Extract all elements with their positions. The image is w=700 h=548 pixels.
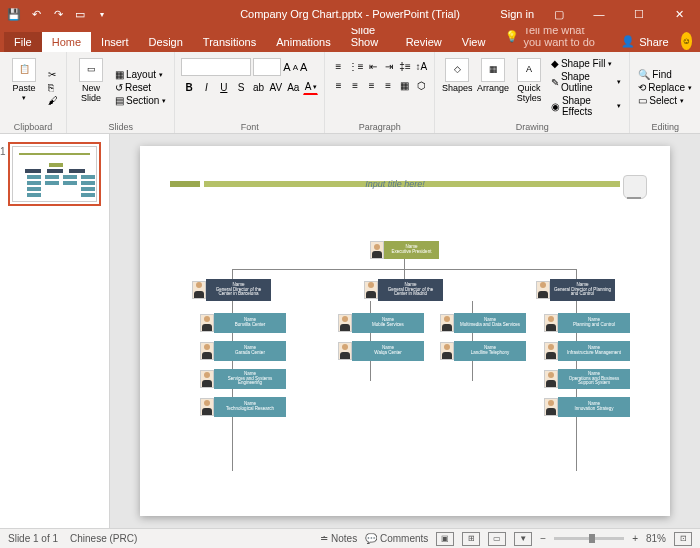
shape-fill-button[interactable]: ◆ Shape Fill bbox=[549, 57, 623, 70]
fit-to-window-button[interactable]: ⊡ bbox=[674, 532, 692, 546]
tab-insert[interactable]: Insert bbox=[91, 32, 139, 52]
tab-review[interactable]: Review bbox=[396, 32, 452, 52]
org-node-c2-1[interactable]: NameWalqa Center bbox=[338, 341, 424, 361]
cut-button[interactable]: ✂ bbox=[46, 68, 60, 81]
section-button[interactable]: ▤ Section bbox=[113, 94, 168, 107]
reset-button[interactable]: ↺ Reset bbox=[113, 81, 168, 94]
tab-transitions[interactable]: Transitions bbox=[193, 32, 266, 52]
feedback-icon[interactable]: ☺ bbox=[681, 32, 692, 50]
bold-button[interactable]: B bbox=[181, 79, 196, 95]
spacing-button[interactable]: AV bbox=[268, 79, 283, 95]
increase-font-icon[interactable]: A bbox=[283, 61, 290, 73]
zoom-out-button[interactable]: − bbox=[540, 533, 546, 544]
strikethrough-button[interactable]: S bbox=[233, 79, 248, 95]
tab-file[interactable]: File bbox=[4, 32, 42, 52]
org-node-c1-1[interactable]: NameGarada Center bbox=[200, 341, 286, 361]
font-color-button[interactable]: A bbox=[303, 79, 318, 95]
org-node-president[interactable]: NameExecutive President bbox=[370, 241, 439, 259]
org-node-c1-2[interactable]: NameServices and Systems Engineering bbox=[200, 369, 286, 389]
slide-title-bar[interactable]: Input title here! bbox=[170, 176, 620, 192]
shape-effects-button[interactable]: ◉ Shape Effects bbox=[549, 94, 623, 118]
language-status[interactable]: Chinese (PRC) bbox=[70, 533, 137, 544]
comments-button[interactable]: 💬 Comments bbox=[365, 533, 428, 544]
align-center-button[interactable]: ≡ bbox=[348, 77, 363, 93]
text-direction-button[interactable]: ↕A bbox=[414, 58, 428, 74]
decrease-font-icon[interactable]: A bbox=[293, 63, 298, 72]
line-spacing-button[interactable]: ‡≡ bbox=[398, 58, 412, 74]
org-node-c1-3[interactable]: NameTechnological Research bbox=[200, 397, 286, 417]
reading-view-button[interactable]: ▭ bbox=[488, 532, 506, 546]
find-button[interactable]: 🔍 Find bbox=[636, 68, 694, 81]
ribbon-options-icon[interactable]: ▢ bbox=[544, 4, 574, 24]
decrease-indent-button[interactable]: ⇤ bbox=[366, 58, 380, 74]
org-chart[interactable]: NameExecutive President NameGeneral Dire… bbox=[160, 241, 650, 506]
underline-button[interactable]: U bbox=[216, 79, 231, 95]
org-node-director-1[interactable]: NameGeneral Director of the Center in Ma… bbox=[364, 279, 443, 301]
columns-button[interactable]: ▦ bbox=[397, 77, 412, 93]
shape-outline-button[interactable]: ✎ Shape Outline bbox=[549, 70, 623, 94]
clear-format-icon[interactable]: A bbox=[300, 61, 307, 73]
replace-button[interactable]: ⟲ Replace bbox=[636, 81, 694, 94]
undo-icon[interactable]: ↶ bbox=[28, 6, 44, 22]
arrange-button[interactable]: ▦Arrange bbox=[477, 54, 509, 121]
slideshow-view-button[interactable]: ▼ bbox=[514, 532, 532, 546]
font-size-select[interactable] bbox=[253, 58, 281, 76]
copy-button[interactable]: ⎘ bbox=[46, 81, 60, 94]
numbering-button[interactable]: ⋮≡ bbox=[348, 58, 364, 74]
zoom-level[interactable]: 81% bbox=[646, 533, 666, 544]
align-left-button[interactable]: ≡ bbox=[331, 77, 346, 93]
org-node-director-0[interactable]: NameGeneral Director of the Center in Ba… bbox=[192, 279, 271, 301]
notes-button[interactable]: ≐ Notes bbox=[320, 533, 357, 544]
zoom-slider[interactable] bbox=[554, 537, 624, 540]
org-node-c4-1[interactable]: NameInfrastructure Management bbox=[544, 341, 630, 361]
org-node-c4-2[interactable]: NameOperations and Business Support Syst… bbox=[544, 369, 630, 389]
org-node-c2-0[interactable]: NameMobile Services bbox=[338, 313, 424, 333]
justify-button[interactable]: ≡ bbox=[381, 77, 396, 93]
save-icon[interactable]: 💾 bbox=[6, 6, 22, 22]
slide-thumbnail-1[interactable]: 1 bbox=[8, 142, 101, 206]
new-slide-button[interactable]: ▭ New Slide bbox=[73, 54, 109, 121]
shapes-button[interactable]: ◇Shapes bbox=[441, 54, 473, 121]
org-node-director-2[interactable]: NameGeneral Director of Planning and Con… bbox=[536, 279, 615, 301]
increase-indent-button[interactable]: ⇥ bbox=[382, 58, 396, 74]
zoom-in-button[interactable]: + bbox=[632, 533, 638, 544]
maximize-icon[interactable]: ☐ bbox=[624, 4, 654, 24]
font-family-select[interactable] bbox=[181, 58, 251, 76]
sorter-view-button[interactable]: ⊞ bbox=[462, 532, 480, 546]
align-right-button[interactable]: ≡ bbox=[364, 77, 379, 93]
tab-view[interactable]: View bbox=[452, 32, 496, 52]
org-node-c3-0[interactable]: NameMultimedia and Data Services bbox=[440, 313, 526, 333]
tab-design[interactable]: Design bbox=[139, 32, 193, 52]
select-button[interactable]: ▭ Select bbox=[636, 94, 694, 107]
shadow-button[interactable]: ab bbox=[251, 79, 266, 95]
tab-home[interactable]: Home bbox=[42, 32, 91, 52]
normal-view-button[interactable]: ▣ bbox=[436, 532, 454, 546]
format-painter-button[interactable]: 🖌 bbox=[46, 94, 60, 107]
start-from-beginning-icon[interactable]: ▭ bbox=[72, 6, 88, 22]
minimize-icon[interactable]: — bbox=[584, 4, 614, 24]
org-node-c3-1[interactable]: NameLandline Telephony bbox=[440, 341, 526, 361]
paste-button[interactable]: 📋 Paste ▾ bbox=[6, 54, 42, 121]
org-node-c4-3[interactable]: NameInnovation Strategy bbox=[544, 397, 630, 417]
layout-button[interactable]: ▦ Layout bbox=[113, 68, 168, 81]
tab-animations[interactable]: Animations bbox=[266, 32, 340, 52]
org-node-c1-0[interactable]: NameBonvilla Center bbox=[200, 313, 286, 333]
slide-count[interactable]: Slide 1 of 1 bbox=[8, 533, 58, 544]
org-node-c4-0[interactable]: NamePlanning and Control bbox=[544, 313, 630, 333]
slide-title-text[interactable]: Input title here! bbox=[170, 179, 620, 189]
slide-canvas[interactable]: Input title here! NameExecutive Presiden… bbox=[110, 134, 700, 528]
avatar-icon bbox=[536, 281, 550, 299]
italic-button[interactable]: I bbox=[199, 79, 214, 95]
quick-styles-button[interactable]: AQuick Styles bbox=[513, 54, 545, 121]
bullets-button[interactable]: ≡ bbox=[331, 58, 345, 74]
case-button[interactable]: Aa bbox=[286, 79, 301, 95]
qat-more-icon[interactable]: ▾ bbox=[94, 6, 110, 22]
chair-image[interactable] bbox=[617, 171, 652, 211]
redo-icon[interactable]: ↷ bbox=[50, 6, 66, 22]
sign-in-link[interactable]: Sign in bbox=[500, 8, 534, 20]
share-button[interactable]: 👤 Share bbox=[613, 31, 676, 52]
slide-1[interactable]: Input title here! NameExecutive Presiden… bbox=[140, 146, 670, 516]
smartart-button[interactable]: ⬡ bbox=[414, 77, 429, 93]
avatar-icon bbox=[338, 342, 352, 360]
close-icon[interactable]: ✕ bbox=[664, 4, 694, 24]
